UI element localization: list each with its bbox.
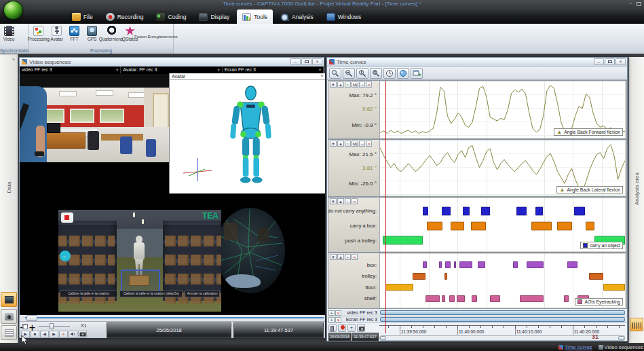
app-maximize-icon[interactable] xyxy=(637,2,641,6)
sidebar-video-tab[interactable] xyxy=(1,292,17,307)
strip-tool[interactable]: ↕ xyxy=(345,141,351,147)
ribbon-item-gps[interactable]: GPS xyxy=(83,25,101,42)
ribbon-item-qstates[interactable]: QStates xyxy=(121,25,139,42)
stop-button[interactable]: ■ xyxy=(31,331,39,338)
seek-thumb[interactable] xyxy=(26,315,37,321)
track-close-icon[interactable]: × xyxy=(335,317,341,322)
speaker-button[interactable] xyxy=(69,331,77,338)
chart-plot-area[interactable]: ▲Angle Back Lateral flexion xyxy=(380,141,625,196)
step-back-button[interactable]: ◀ xyxy=(40,331,49,338)
strip-tool[interactable]: − xyxy=(359,81,365,88)
zoom-box-tool-button[interactable] xyxy=(370,68,382,79)
strip-tool[interactable]: × xyxy=(352,254,358,260)
strip-tool[interactable]: ▲ xyxy=(337,141,344,147)
ribbon-item-quaternions[interactable]: Quaternions xyxy=(101,25,121,42)
step-forward-button[interactable]: ▶ xyxy=(50,331,58,338)
menu-tab-display[interactable]: Display xyxy=(193,10,235,24)
strip-tool[interactable]: × xyxy=(366,81,372,88)
strip-tool[interactable]: ▼ xyxy=(330,81,337,88)
taskbar-item-time-curves[interactable]: Time curves xyxy=(558,344,592,350)
sidebar-analysis-tab[interactable] xyxy=(630,318,643,331)
menu-tab-tools[interactable]: Tools xyxy=(237,10,273,24)
video-source-select-avatar-ff-rec-3[interactable]: Avatar: FF rec 3▾ xyxy=(121,67,222,73)
sidebar-camera-tab[interactable] xyxy=(1,309,17,324)
zoom-vertical-tool-button[interactable] xyxy=(356,68,368,79)
strip-tool[interactable]: ▲ xyxy=(337,198,344,204)
strip-tool[interactable]: M| xyxy=(352,141,359,147)
menu-tab-recording[interactable]: Recording xyxy=(100,10,149,24)
mute-button[interactable]: × xyxy=(59,331,68,338)
avatar-select[interactable]: Avatar ▾ xyxy=(170,73,325,80)
zoom-slider-track[interactable] xyxy=(39,326,70,327)
record-indicator[interactable] xyxy=(61,213,73,223)
app-minimize-icon[interactable]: – xyxy=(628,1,634,6)
chart-plot-area[interactable]: AOIs Eyetracking xyxy=(380,254,625,308)
menu-tab-coding[interactable]: Coding xyxy=(151,10,191,24)
calibration-button-1[interactable]: Calibrer la taille et la rotation xyxy=(60,291,117,297)
track-media-bar[interactable] xyxy=(380,317,625,322)
back-arrow-button[interactable]: ← xyxy=(60,251,71,261)
ribbon-item-video[interactable]: Video xyxy=(0,25,18,42)
left-sidebar-data-panel[interactable]: » Data xyxy=(0,54,18,343)
chart-plot-area[interactable]: carry an object xyxy=(380,198,625,251)
track-add-icon[interactable]: + xyxy=(328,317,335,322)
event-button[interactable] xyxy=(328,324,337,332)
ribbon-item-fft[interactable]: FFT xyxy=(66,25,83,42)
scrollbar-right-handle[interactable] xyxy=(618,336,624,340)
export-view-tool-button[interactable] xyxy=(411,68,423,79)
strip-tool[interactable]: − xyxy=(345,254,351,260)
zoom-horizontal-tool-button[interactable] xyxy=(343,68,355,79)
strip-tool[interactable]: ▲ xyxy=(337,254,344,260)
menu-tab-file[interactable]: File xyxy=(67,10,98,24)
time-cursor-tool-button[interactable] xyxy=(383,68,396,79)
snapshot-button[interactable] xyxy=(357,324,365,332)
curves-window-titlebar[interactable]: Time curves – × xyxy=(327,58,627,67)
ribbon-item-fusion-enregistrements[interactable]: Fusion Enregistrements xyxy=(139,25,173,47)
calibration-button-2[interactable]: Calibrer la taille et la rotation (délai… xyxy=(119,291,183,297)
track-add-icon[interactable]: + xyxy=(328,310,335,316)
strip-tool[interactable]: ▼ xyxy=(330,141,337,147)
marker-button[interactable] xyxy=(338,324,346,332)
strip-tool[interactable]: ▼ xyxy=(330,198,337,204)
ribbon-item-avatar[interactable]: Avatar xyxy=(48,25,66,42)
strip-tool[interactable]: × xyxy=(352,198,358,204)
menu-tab-windows[interactable]: Windows xyxy=(321,10,366,24)
track-media-bar[interactable] xyxy=(380,310,625,315)
strip-tool[interactable]: − xyxy=(345,198,351,204)
minimize-button[interactable]: – xyxy=(290,58,301,65)
close-button[interactable]: × xyxy=(615,58,626,65)
restore-button[interactable] xyxy=(605,58,615,65)
sidebar-document-tab[interactable] xyxy=(1,325,17,340)
sync-checkbox[interactable] xyxy=(22,324,28,329)
timeline-scrollbar[interactable] xyxy=(379,335,625,341)
cursor-tool-button[interactable] xyxy=(329,68,341,79)
strip-tool[interactable]: ▲ xyxy=(337,81,344,88)
add-track-button[interactable]: + xyxy=(347,324,356,332)
strip-tool[interactable]: ▼ xyxy=(330,254,337,260)
calibration-button-3[interactable]: Annuler la calibration xyxy=(185,291,220,297)
time-cursor-line[interactable] xyxy=(385,81,386,333)
video-source-select-ecran-ff-rec-3[interactable]: Ecran FF rec 3▾ xyxy=(223,67,324,73)
right-sidebar-analysis-panel[interactable]: Analysis area xyxy=(628,57,644,343)
zoom-slider-handle[interactable] xyxy=(50,323,54,329)
scrollbar-left-handle[interactable] xyxy=(380,336,386,340)
snapshot-button[interactable] xyxy=(78,331,87,338)
video-seek-bar[interactable] xyxy=(20,315,325,321)
video-source-select-vid-o-ff-rec-3[interactable]: vidéo FF rec 3▾ xyxy=(20,67,121,73)
minimize-button[interactable]: – xyxy=(594,58,604,65)
app-logo-orb[interactable] xyxy=(3,1,23,20)
close-button[interactable]: × xyxy=(312,58,322,65)
chart-plot-area[interactable]: ▲Angle Back Forward flexion xyxy=(380,81,625,138)
strip-tool[interactable]: × xyxy=(366,141,372,147)
menu-tab-analysis[interactable]: Analysis xyxy=(275,10,319,24)
restore-button[interactable] xyxy=(301,58,311,65)
track-close-icon[interactable]: × xyxy=(335,310,341,316)
strip-tool[interactable]: M| xyxy=(352,81,359,88)
lens-tool-button[interactable] xyxy=(397,68,409,79)
strip-tool[interactable]: ↕ xyxy=(345,81,351,88)
expand-chevrons-icon[interactable]: » xyxy=(12,56,15,62)
video-window-titlebar[interactable]: Video sequences – × xyxy=(20,58,324,67)
taskbar-item-video-sequences[interactable]: Video sequences xyxy=(599,344,643,350)
ribbon-item-processing[interactable]: Processing xyxy=(29,25,48,42)
strip-tool[interactable]: − xyxy=(359,141,365,147)
